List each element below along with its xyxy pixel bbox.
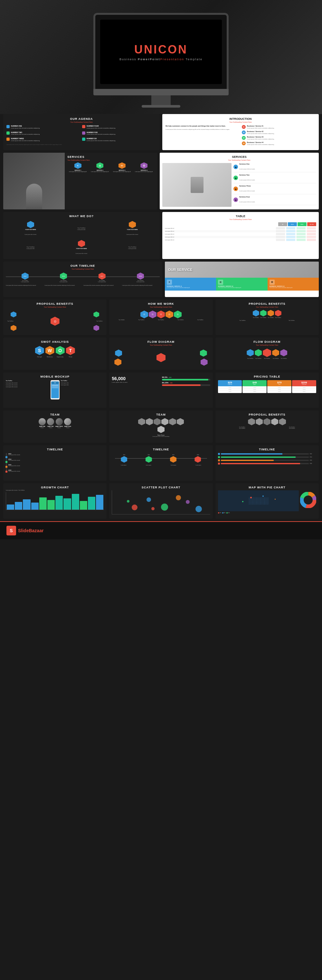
brand-title: UNICON: [134, 43, 188, 56]
flow-1-subtitle: Your Subheading Content Here: [112, 344, 210, 346]
agenda-item: NUMBER FOURLorem ipsum dolor sit amet co…: [82, 125, 157, 129]
agenda-item: NUMBER ONELorem ipsum dolor sit amet con…: [6, 125, 81, 129]
timeline-3-title: TIMELINE: [218, 448, 316, 451]
footer: S SlideBazaar: [0, 521, 322, 539]
table-subtitle: Your Subheading Content Here: [165, 218, 316, 220]
timeline-title: OUR TIMELINE: [6, 264, 160, 267]
slide-flow-2: FLOW DIAGRAM Your Subheading Content Her…: [216, 337, 319, 370]
timeline-1-title: TIMELINE: [6, 448, 104, 451]
row-agenda-intro: OUR AGENDA Your Subheading Content Here …: [0, 114, 322, 150]
intro-subtitle: Your Subheading Content Here: [165, 121, 316, 123]
brand-subtitle: Business PowerPointPresentation Template: [119, 58, 203, 61]
row-charts: GROWTH CHART Lorem ipsum dolor sit amet.…: [0, 483, 322, 519]
slide-team-1: TEAM NAME ONE Position NAME TWO Position…: [3, 410, 106, 443]
slide-how-we-work: HOW WE WORK Your Subheading Content Here…: [109, 300, 213, 335]
service-item: ◆ Services ThreeLorem ipsum dolor sit am…: [233, 185, 316, 194]
intro-service: 01 Business / Service #1Lorem ipsum dolo…: [242, 125, 316, 129]
slide-stats: 56,000 Lorem ipsum dolor sit amet. 96.5%…: [109, 372, 213, 408]
slide-timeline-1: TIMELINE 2012 Lorem ipsum dolor sit amet…: [3, 445, 106, 480]
row-team: TEAM NAME ONE Position NAME TWO Position…: [0, 410, 322, 443]
row-services: SERVICES Your Subheading Content Here ✕ …: [0, 153, 322, 209]
agenda-item: NUMBER FIVELorem ipsum dolor sit amet co…: [82, 131, 157, 135]
wwdo-title: WHAT WE DO?: [6, 215, 157, 218]
team-1-title: TEAM: [6, 413, 104, 416]
slide-pricing: PRICING TABLE $29 STARTER Feature Featur…: [216, 372, 319, 408]
monitor: UNICON Business PowerPointPresentation T…: [94, 13, 228, 108]
slide-growth-chart: GROWTH CHART Lorem ipsum dolor sit amet.…: [3, 483, 106, 519]
swot-letters: S W O T: [6, 346, 104, 355]
intro-main-text: We help customers connect to the people …: [165, 125, 239, 127]
agenda-title: OUR AGENDA: [6, 117, 157, 121]
swot-title: SWOT ANALYSIS: [6, 340, 104, 344]
service-item: ◆ Services TwoLorem ipsum dolor sit amet…: [233, 174, 316, 183]
slide-timeline-3: TIMELINE 2012 2014 2016 2018: [216, 445, 319, 480]
proposal-3-title: PROPOSAL BENEFITS: [218, 413, 316, 416]
brand-text: UNICO: [134, 43, 178, 56]
slide-proposal-2: PROPOSAL BENEFITS Your Subheading Conten…: [216, 300, 319, 335]
row-timeline-service: OUR TIMELINE Your Subheading Content Her…: [0, 262, 322, 297]
team-2-title: TEAM: [112, 413, 210, 416]
proposal-1-subtitle: Your Subheading Content Here: [6, 306, 104, 308]
slide-proposal-3: PROPOSAL BENEFITS Your TextHere Your Tex…: [216, 410, 319, 443]
slide-scatter-plot: SCATTER PLOT CHART: [109, 483, 213, 519]
timeline-subtitle: Your Subheading Content Here: [6, 268, 160, 270]
monitor-stand: [151, 95, 171, 105]
footer-logo: S SlideBazaar: [6, 526, 43, 535]
footer-logo-text: SlideBazaar: [18, 528, 43, 533]
slide-flow-1: FLOW DIAGRAM Your Subheading Content Her…: [109, 337, 213, 370]
services-dark-title: SERVICES: [67, 155, 155, 159]
footer-brand: Slide: [18, 528, 29, 533]
how-title: HOW WE WORK: [112, 302, 210, 305]
slide-timeline-2: TIMELINE 2012 2014 2016 2018 Lorem ipsum…: [109, 445, 213, 480]
monitor-base: [94, 89, 228, 95]
subtitle-em: Presentation: [160, 58, 184, 61]
timeline-2-title: TIMELINE: [112, 448, 210, 451]
our-service-title: OUR SERVICE: [168, 268, 193, 272]
flow-2-subtitle: Your Subheading Content Here: [218, 344, 316, 346]
agenda-item: NUMBER SIXLorem ipsum dolor sit amet con…: [82, 138, 157, 142]
slide-agenda: OUR AGENDA Your Subheading Content Here …: [3, 114, 160, 150]
service-item: ◆ Services FourLorem ipsum dolor sit ame…: [233, 196, 316, 205]
monitor-section: UNICON Business PowerPointPresentation T…: [0, 0, 322, 114]
flow-1-title: FLOW DIAGRAM: [112, 340, 210, 344]
slide-mobile-mockup: MOBILE MOCKUP Your TextHere Lorem ipsum …: [3, 372, 106, 408]
growth-title: GROWTH CHART: [6, 486, 104, 489]
subtitle-post: Template: [184, 58, 203, 61]
subtitle-pre: Business: [119, 58, 138, 61]
intro-service: 03 Business / Service #3Lorem ipsum dolo…: [242, 136, 316, 140]
services-white-subtitle: Your Subheading Content Here: [162, 159, 316, 161]
swot-labels: Strength Weakness Opportunity Threat: [6, 356, 104, 358]
intro-service: 04 Business / Service #4Lorem ipsum dolo…: [242, 142, 316, 145]
slide-proposal-1: PROPOSAL BENEFITS Your Subheading Conten…: [3, 300, 106, 335]
footer-logo-icon: S: [6, 526, 16, 535]
big-number: 56,000: [112, 376, 160, 381]
slide-timeline: OUR TIMELINE Your Subheading Content Her…: [3, 262, 162, 297]
agenda-item: NUMBER THREELorem ipsum dolor sit amet c…: [6, 138, 81, 142]
slide-table: TABLE Your Subheading Content Here $0 $1…: [162, 212, 319, 259]
slide-our-service: OUR SERVICE ✕ Business / Service #1 Lore…: [165, 262, 319, 297]
table-title: TABLE: [165, 215, 316, 218]
intro-service: 02 Business / Service #2Lorem ipsum dolo…: [242, 130, 316, 134]
proposal-1-title: PROPOSAL BENEFITS: [6, 302, 104, 305]
proposal-2-title: PROPOSAL BENEFITS: [218, 302, 316, 305]
mobile-title: MOBILE MOCKUP: [6, 375, 104, 378]
row-wwdo-table: WHAT WE DO? Your TextHereLorem ipsum dol…: [0, 212, 322, 259]
slide-services-dark: SERVICES Your Subheading Content Here ✕ …: [3, 153, 157, 209]
intro-title: INTRODUCTION: [165, 117, 316, 121]
services-dark-subtitle: Your Subheading Content Here: [67, 159, 155, 161]
slide-intro: INTRODUCTION Your Subheading Content Her…: [162, 114, 319, 150]
slide-map-pie: MAP WITH PIE CHART ▒▒▒▒▒: [216, 483, 319, 519]
map-pie-title: MAP WITH PIE CHART: [218, 486, 316, 489]
slide-services-white: SERVICES Your Subheading Content Here ◆ …: [160, 153, 319, 209]
row-timelines: TIMELINE 2012 Lorem ipsum dolor sit amet…: [0, 445, 322, 480]
scatter-title: SCATTER PLOT CHART: [112, 486, 210, 489]
agenda-item: NUMBER TWOLorem ipsum dolor sit amet con…: [6, 131, 81, 135]
services-white-title: SERVICES: [162, 155, 316, 159]
row-mobile-stats-pricing: MOBILE MOCKUP Your TextHere Lorem ipsum …: [0, 372, 322, 408]
flow-2-title: FLOW DIAGRAM: [218, 340, 316, 344]
row-swot-flow: SWOT ANALYSIS S W O T Strength Weakness …: [0, 337, 322, 370]
proposal-2-subtitle: Your Subheading Content Here: [218, 306, 316, 308]
subtitle-bold: PowerPoint: [138, 58, 160, 61]
monitor-screen: UNICON Business PowerPointPresentation T…: [94, 13, 228, 89]
slide-swot: SWOT ANALYSIS S W O T Strength Weakness …: [3, 337, 106, 370]
